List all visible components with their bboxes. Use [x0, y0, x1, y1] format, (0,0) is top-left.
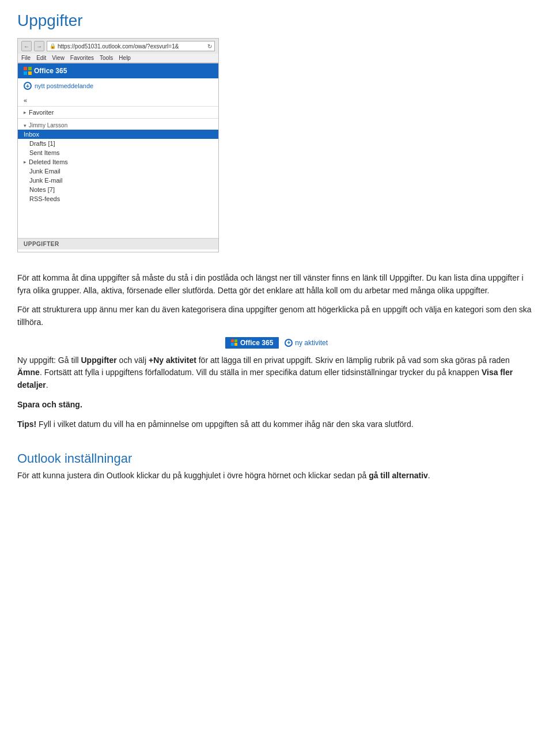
inline-logo-sq-yellow — [234, 343, 237, 346]
page-title: Uppgifter — [17, 12, 536, 30]
favorites-label: Favoriter — [29, 109, 54, 116]
sidebar-footer: UPPGIFTER — [18, 238, 218, 250]
chevron-right-icon: ▸ — [24, 109, 26, 115]
sidebar-divider-2 — [18, 118, 218, 119]
amne-bold: Ämne — [17, 368, 40, 377]
sidebar-item-notes[interactable]: Notes [7] — [18, 185, 218, 194]
url-text: https://pod51031.outlook.com/owa/?exsvur… — [58, 43, 179, 50]
browser-nav-bar: ← → 🔒 https://pod51031.outlook.com/owa/?… — [18, 39, 218, 54]
refresh-icon[interactable]: ↻ — [207, 43, 212, 50]
ny-uppgift-suffix2: . Fortsätt att fylla i uppgiftens förfal… — [40, 368, 482, 377]
sidebar-item-sent[interactable]: Sent Items — [18, 148, 218, 157]
menu-help[interactable]: Help — [119, 55, 131, 61]
menu-tools[interactable]: Tools — [100, 55, 113, 61]
forward-button[interactable]: → — [34, 41, 44, 51]
inline-logo-sq-red — [231, 339, 234, 342]
sent-label: Sent Items — [29, 149, 60, 156]
section2-title: Outlook inställningar — [17, 451, 536, 466]
spara-text: Spara och stäng. — [17, 399, 536, 411]
spara-bold: Spara och stäng. — [17, 400, 82, 409]
sidebar-divider-1 — [18, 106, 218, 107]
section2-paragraph: För att kunna justera din Outlook klicka… — [17, 470, 536, 482]
logo-sq-green — [28, 67, 32, 70]
new-mail-label: nytt postmeddelande — [35, 82, 93, 89]
menu-view[interactable]: View — [52, 55, 65, 61]
logo-sq-yellow — [28, 71, 32, 75]
address-bar[interactable]: 🔒 https://pod51031.outlook.com/owa/?exsv… — [47, 41, 215, 51]
content-area: För att komma åt dina uppgifter så måste… — [17, 263, 536, 437]
sidebar: « ▸ Favoriter ▾ Jimmy Larsson Inbox Draf… — [18, 93, 218, 252]
plus-circle-sm-icon: + — [285, 339, 293, 347]
uppgifter-bold: Uppgifter — [81, 356, 117, 365]
tips-body: Fyll i vilket datum du vill ha en påminn… — [36, 419, 413, 429]
ny-aktivitet-bold: +Ny aktivitet — [149, 356, 196, 365]
sidebar-spacer — [18, 203, 218, 238]
notes-label: Notes [7] — [29, 186, 55, 193]
sidebar-item-drafts[interactable]: Drafts [1] — [18, 139, 218, 148]
sidebar-back-arrows[interactable]: « — [18, 96, 218, 105]
office365-title: Office 365 — [34, 67, 67, 75]
sidebar-item-deleted[interactable]: ▸ Deleted Items — [18, 157, 218, 167]
back-arrows-text: « — [24, 97, 27, 104]
inline-logo-sq-green — [234, 339, 237, 342]
sidebar-item-inbox[interactable]: Inbox — [18, 130, 218, 139]
menu-file[interactable]: File — [21, 55, 31, 61]
screenshot-container: ← → 🔒 https://pod51031.outlook.com/owa/?… — [17, 38, 219, 252]
user-label: Jimmy Larsson — [29, 122, 67, 128]
paragraph-ny-uppgift: Ny uppgift: Gå till Uppgifter och välj +… — [17, 354, 536, 392]
back-button[interactable]: ← — [21, 41, 32, 51]
sidebar-user-section: ▾ Jimmy Larsson — [18, 120, 218, 130]
lock-icon: 🔒 — [50, 43, 56, 49]
plus-icon: + — [24, 82, 32, 90]
sidebar-item-rss[interactable]: RSS-feeds — [18, 194, 218, 203]
ny-uppgift-suffix3: . — [46, 380, 48, 390]
inline-office365-text: Office 365 — [240, 339, 273, 347]
logo-sq-blue — [24, 71, 27, 75]
ny-uppgift-prefix: Ny uppgift: Gå till — [17, 356, 81, 365]
office365-inline-banner: Office 365 — [225, 337, 279, 349]
sidebar-item-junk2[interactable]: Junk E-mail — [18, 176, 218, 185]
logo-sq-red — [24, 67, 27, 70]
chevron-right-deleted-icon: ▸ — [24, 159, 26, 165]
menu-edit[interactable]: Edit — [36, 55, 46, 61]
ny-uppgift-suffix: för att lägga till en privat uppgift. Sk… — [196, 356, 510, 365]
paragraph-2: För att strukturera upp ännu mer kan du … — [17, 304, 536, 328]
new-mail-button[interactable]: + nytt postmeddelande — [18, 78, 218, 93]
office-logo-squares — [24, 67, 32, 75]
rss-label: RSS-feeds — [29, 195, 60, 202]
inline-logo-sq-blue — [231, 343, 234, 346]
ny-aktivitet-button[interactable]: + ny aktivitet — [285, 339, 328, 347]
inbox-label: Inbox — [24, 131, 39, 138]
drafts-label: Drafts [1] — [29, 140, 55, 147]
paragraph-1: För att komma åt dina uppgifter så måste… — [17, 272, 536, 297]
inline-action-row: Office 365 + ny aktivitet — [17, 337, 536, 349]
section2-bold: gå till alternativ — [369, 471, 428, 480]
tips-paragraph: Tips! Fyll i vilket datum du vill ha en … — [17, 418, 536, 431]
section2-text: För att kunna justera din Outlook klicka… — [17, 471, 369, 480]
sidebar-item-junk1[interactable]: Junk Email — [18, 167, 218, 176]
office365-header: Office 365 — [18, 63, 218, 78]
ny-uppgift-mid1: och välj — [117, 356, 149, 365]
footer-label: UPPGIFTER — [24, 241, 59, 247]
ny-aktivitet-label: ny aktivitet — [295, 339, 328, 347]
junk2-label: Junk E-mail — [29, 177, 62, 184]
sidebar-item-favorites[interactable]: ▸ Favoriter — [18, 108, 218, 117]
inline-logo-squares — [231, 339, 238, 346]
section2-suffix: . — [428, 471, 430, 480]
tips-label: Tips! — [17, 419, 36, 429]
chevron-down-icon: ▾ — [24, 123, 26, 128]
junk1-label: Junk Email — [29, 168, 60, 175]
office-logo: Office 365 — [24, 67, 67, 75]
browser-chrome: ← → 🔒 https://pod51031.outlook.com/owa/?… — [18, 39, 218, 63]
menu-favorites[interactable]: Favorites — [70, 55, 94, 61]
deleted-label: Deleted Items — [29, 158, 68, 165]
menu-bar: File Edit View Favorites Tools Help — [18, 54, 218, 63]
